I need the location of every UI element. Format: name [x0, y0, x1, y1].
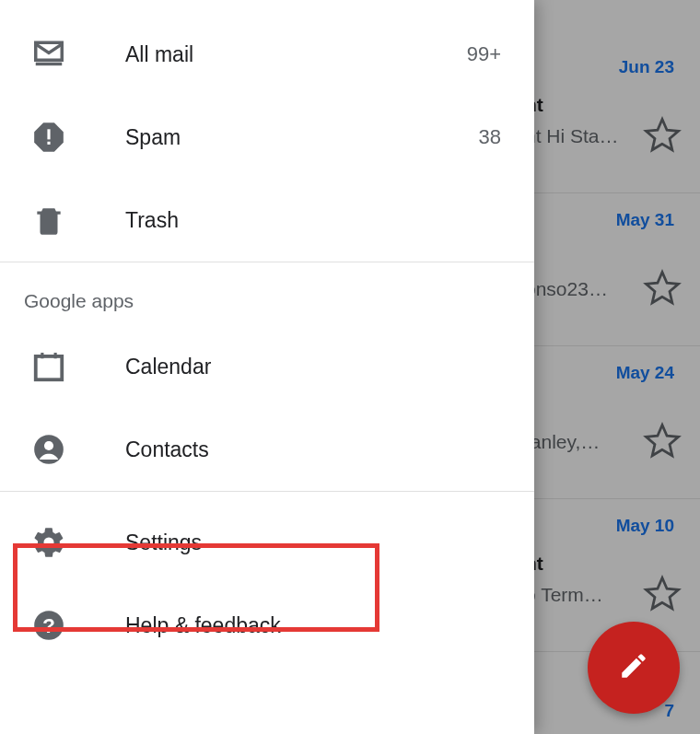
calendar-icon	[31, 349, 66, 384]
navigation-drawer: All mail 99+ Spam 38 Trash Google apps C…	[0, 0, 534, 734]
nav-contacts[interactable]: Contacts	[0, 408, 534, 491]
svg-point-7	[44, 441, 53, 450]
svg-rect-2	[47, 142, 50, 145]
help-icon: ?	[31, 608, 66, 643]
svg-text:?: ?	[42, 614, 55, 637]
svg-rect-3	[36, 356, 63, 379]
trash-icon	[31, 203, 66, 238]
nav-calendar[interactable]: Calendar	[0, 325, 534, 408]
svg-rect-1	[47, 129, 50, 139]
nav-all-mail[interactable]: All mail 99+	[0, 13, 534, 96]
nav-label: Spam	[125, 125, 479, 150]
section-header-google-apps: Google apps	[0, 262, 534, 325]
nav-label: Calendar	[125, 355, 510, 379]
svg-rect-5	[54, 353, 57, 358]
nav-label: Trash	[125, 208, 510, 233]
pencil-icon	[618, 650, 649, 685]
nav-settings[interactable]: Settings	[0, 501, 534, 584]
nav-help[interactable]: ? Help & feedback	[0, 584, 534, 667]
svg-rect-0	[36, 63, 63, 65]
nav-count: 38	[479, 125, 501, 149]
spam-icon	[31, 120, 66, 155]
gear-icon	[31, 525, 66, 560]
nav-label: Settings	[125, 530, 510, 555]
nav-label: All mail	[125, 42, 467, 67]
nav-spam[interactable]: Spam 38	[0, 96, 534, 179]
nav-count: 99+	[467, 42, 501, 66]
nav-label: Contacts	[125, 437, 510, 462]
nav-label: Help & feedback	[125, 613, 510, 638]
nav-trash[interactable]: Trash	[0, 179, 534, 262]
svg-rect-4	[41, 353, 43, 358]
contacts-icon	[31, 432, 66, 467]
all-mail-icon	[31, 37, 66, 72]
compose-fab[interactable]	[588, 622, 680, 714]
